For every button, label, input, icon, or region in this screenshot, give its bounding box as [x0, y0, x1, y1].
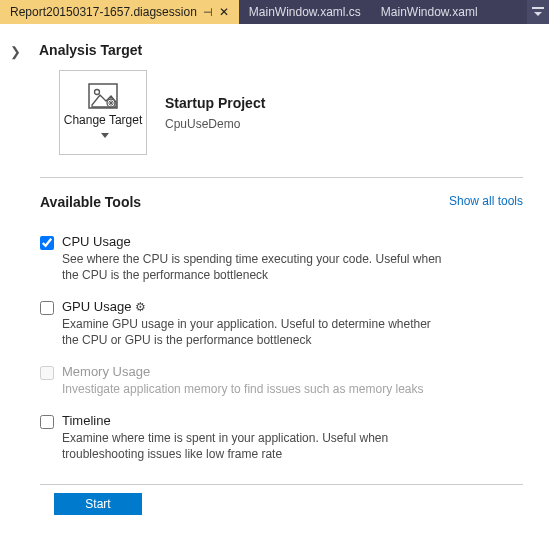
tab-label: MainWindow.xaml.cs [249, 5, 361, 19]
tab-label: MainWindow.xaml [381, 5, 478, 19]
divider [40, 177, 523, 178]
tool-timeline: Timeline Examine where time is spent in … [40, 413, 523, 462]
tool-desc: Examine where time is spent in your appl… [62, 430, 442, 462]
divider [40, 484, 523, 485]
close-icon[interactable]: ✕ [219, 6, 229, 18]
analysis-target-title: Analysis Target [39, 42, 523, 58]
change-target-button[interactable]: Change Target [59, 70, 147, 155]
tool-desc: Investigate application memory to find i… [62, 381, 424, 397]
tool-name: CPU Usage [62, 234, 131, 249]
tab-mainwindow-cs[interactable]: MainWindow.xaml.cs [239, 0, 371, 24]
tool-cpu-usage-checkbox[interactable] [40, 236, 54, 250]
tool-gpu-usage: GPU Usage⚙ Examine GPU usage in your app… [40, 299, 523, 348]
expand-chevron-icon[interactable]: ❯ [10, 42, 21, 59]
tool-name: Timeline [62, 413, 111, 428]
tab-label: Report20150317-1657.diagsession [10, 5, 197, 19]
startup-project-heading: Startup Project [165, 95, 265, 111]
available-tools-title: Available Tools [40, 194, 141, 210]
gear-icon[interactable]: ⚙ [135, 300, 146, 314]
target-picture-icon [88, 83, 118, 109]
tool-desc: Examine GPU usage in your application. U… [62, 316, 442, 348]
tool-timeline-checkbox[interactable] [40, 415, 54, 429]
tool-memory-usage: Memory Usage Investigate application mem… [40, 364, 523, 397]
project-name: CpuUseDemo [165, 117, 265, 131]
tab-report[interactable]: Report20150317-1657.diagsession ⊣ ✕ [0, 0, 239, 24]
tool-desc: See where the CPU is spending time execu… [62, 251, 442, 283]
start-button[interactable]: Start [54, 493, 142, 515]
show-all-tools-link[interactable]: Show all tools [449, 194, 523, 222]
pin-icon[interactable]: ⊣ [203, 6, 213, 19]
change-target-label: Change Target [60, 113, 146, 143]
chevron-down-icon [101, 133, 109, 138]
svg-rect-0 [532, 7, 544, 9]
svg-point-2 [95, 89, 100, 94]
tab-bar: Report20150317-1657.diagsession ⊣ ✕ Main… [0, 0, 549, 24]
tool-name: GPU Usage [62, 299, 131, 314]
tool-memory-usage-checkbox [40, 366, 54, 380]
tool-name: Memory Usage [62, 364, 150, 379]
tab-mainwindow-xaml[interactable]: MainWindow.xaml [371, 0, 488, 24]
tool-gpu-usage-checkbox[interactable] [40, 301, 54, 315]
tool-cpu-usage: CPU Usage See where the CPU is spending … [40, 234, 523, 283]
tabs-overflow-button[interactable] [527, 0, 549, 24]
